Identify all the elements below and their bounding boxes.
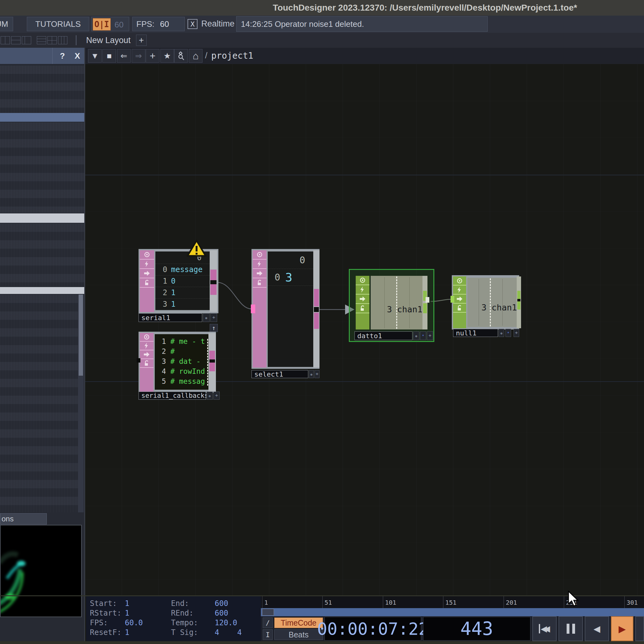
rstart-value[interactable]: 1 (125, 609, 129, 617)
layout-preset-icon[interactable] (58, 36, 67, 44)
viewer-icon[interactable] (140, 250, 154, 260)
node-audio-flag[interactable]: ● (203, 313, 210, 322)
range-grip[interactable] (262, 609, 274, 616)
step-back-button[interactable]: ◀ (585, 616, 609, 641)
node-audio-flag[interactable]: ● (499, 329, 504, 337)
breadcrumb-path[interactable]: project1 (211, 51, 253, 61)
node-datto1-name[interactable]: datto1 (354, 331, 412, 340)
flag-icon[interactable] (140, 269, 154, 278)
home-button[interactable]: ⌂ (189, 49, 202, 63)
timecode-display[interactable]: 00:00:07:22 (324, 617, 421, 641)
output-connector[interactable] (314, 289, 319, 306)
operator-preview[interactable] (0, 525, 82, 617)
add-operator-button[interactable]: + (146, 49, 159, 63)
layout-preset-icon[interactable] (37, 36, 46, 44)
timecode-mode-button[interactable]: TimeCode (274, 617, 323, 628)
bypass-icon[interactable] (253, 260, 266, 269)
node-audio-flag[interactable]: ● (413, 331, 419, 340)
search-button[interactable] (174, 49, 188, 63)
output-connector[interactable] (517, 301, 520, 310)
layout-preset-icon[interactable] (22, 36, 31, 44)
node-audio-flag[interactable]: ● (207, 392, 213, 400)
bottom-tab[interactable]: ons (0, 513, 47, 524)
palette-rows[interactable] (0, 66, 85, 114)
start-value[interactable]: 1 (125, 599, 129, 608)
menu-item-tutorials[interactable]: TUTORIALS (27, 17, 89, 31)
bypass-icon[interactable] (140, 342, 154, 350)
output-connector[interactable] (517, 291, 520, 299)
end-value[interactable]: 600 (215, 599, 228, 608)
palette-highlight-row[interactable] (0, 287, 85, 294)
pause-button[interactable] (559, 616, 583, 641)
beats-mode-button[interactable]: Beats (274, 629, 323, 640)
output-slot-active[interactable] (426, 297, 429, 303)
pane-divider[interactable] (84, 48, 85, 641)
layout-preset-icon[interactable] (47, 36, 57, 44)
node-null1-viewer[interactable] (467, 278, 517, 327)
input-connector[interactable] (451, 296, 454, 303)
node-comment-flag[interactable]: ✦ (514, 329, 519, 337)
node-expression-flag[interactable]: * (505, 329, 511, 337)
output-connector[interactable] (314, 313, 319, 329)
node-serial1-name[interactable]: serial1 (139, 313, 202, 322)
rend-value[interactable]: 600 (215, 609, 228, 617)
viewer-icon[interactable] (140, 333, 154, 342)
forward-button[interactable]: ⇒ (132, 49, 145, 63)
fps-value[interactable]: 60.0 (125, 618, 143, 627)
realtime-checkbox[interactable]: X (188, 19, 198, 29)
integer-mode-button[interactable]: I (263, 629, 273, 640)
node-datto1-viewer[interactable] (371, 276, 422, 329)
lock-icon[interactable] (140, 278, 154, 288)
flag-icon[interactable] (253, 269, 266, 278)
rewind-to-start-button[interactable]: ◀◀ (532, 616, 557, 641)
lock-icon[interactable] (356, 304, 369, 313)
node-comment-flag[interactable]: ✦ (210, 313, 217, 322)
output-slot[interactable] (210, 280, 217, 284)
lock-icon[interactable] (253, 278, 266, 288)
frame-display[interactable]: 443 (423, 617, 530, 641)
palette-rows[interactable] (0, 223, 85, 286)
stop-button[interactable]: ■ (102, 49, 116, 63)
lock-icon[interactable] (140, 359, 154, 368)
output-slot[interactable] (517, 299, 520, 301)
node-expression-flag[interactable]: * (420, 331, 426, 340)
palette-rows[interactable] (0, 122, 85, 213)
input-connector[interactable] (251, 305, 255, 313)
oi-indicator[interactable]: O|I (93, 18, 111, 31)
output-connector[interactable] (209, 351, 215, 359)
play-button[interactable]: ▶ (611, 616, 633, 641)
lock-icon[interactable] (453, 304, 466, 313)
resetf-value[interactable]: 1 (125, 628, 129, 637)
bypass-icon[interactable] (140, 260, 154, 269)
pane-close-button[interactable]: X (71, 49, 84, 62)
palette-highlight-row[interactable] (0, 213, 85, 223)
node-audio-flag[interactable]: ● (309, 370, 314, 378)
bookmark-button[interactable]: ★ (160, 49, 174, 63)
flag-icon[interactable] (356, 295, 369, 304)
palette-pane-header[interactable]: ? X (0, 48, 85, 64)
pane-help-button[interactable]: ? (56, 49, 69, 62)
output-connector[interactable] (210, 284, 217, 295)
palette-scrollbar[interactable] (78, 295, 84, 512)
node-null1-name[interactable]: null1 (453, 329, 498, 337)
layout-preset-icon[interactable] (1, 36, 10, 44)
flag-icon[interactable] (140, 350, 154, 359)
fps-field[interactable]: FPS: 60 (132, 17, 185, 31)
add-layout-button[interactable]: + (136, 35, 147, 46)
node-select1-name[interactable]: select1 (251, 370, 308, 378)
input-slot[interactable] (137, 358, 140, 363)
node-comment-flag[interactable]: ✦ (213, 392, 220, 400)
scrollbar-thumb[interactable] (79, 295, 83, 376)
back-button[interactable]: ⇐ (117, 49, 131, 63)
flag-icon[interactable] (453, 295, 466, 304)
output-slot[interactable] (209, 359, 215, 363)
node-serial1-callbacks-name[interactable]: serial1_callbacks (139, 392, 206, 400)
timeline-ruler[interactable]: 1 51 101 151 201 251 301 (261, 596, 644, 608)
tsig-value[interactable]: 4 4 (215, 628, 242, 637)
viewer-icon[interactable] (453, 276, 466, 285)
layout-preset-icon[interactable] (11, 36, 21, 44)
bypass-icon[interactable] (453, 285, 466, 295)
node-comment-flag[interactable]: ✦ (427, 331, 433, 340)
viewer-icon[interactable] (253, 250, 266, 260)
output-connector[interactable] (423, 303, 427, 313)
